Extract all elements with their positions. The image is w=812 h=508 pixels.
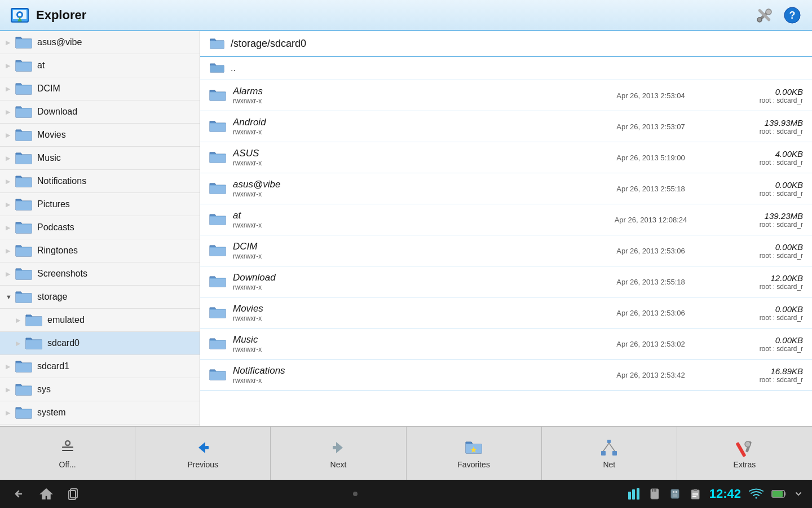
sidebar-item-music[interactable]: ▶ Music xyxy=(0,147,200,170)
sidebar-item-asus-vibe[interactable]: ▶ asus@vibe xyxy=(0,31,200,54)
svg-rect-40 xyxy=(676,491,677,493)
table-row[interactable]: asus@viberwxrwxr-xApr 26, 2013 2:55:180.… xyxy=(200,173,812,204)
folder-icon-sdcard1 xyxy=(15,358,33,374)
center-dot xyxy=(352,491,358,497)
parent-dir-row[interactable]: .. xyxy=(200,57,812,80)
folder-icon-system xyxy=(15,405,33,421)
folder-icon-notifications xyxy=(15,173,33,189)
svg-line-24 xyxy=(609,443,615,451)
back-button[interactable] xyxy=(9,485,27,503)
sidebar-label-sys: sys xyxy=(37,384,51,395)
sidebar-item-notifications[interactable]: ▶ Notifications xyxy=(0,170,200,193)
nav-btn-label-favorites: Favorites xyxy=(457,460,490,469)
table-row[interactable]: Androidrwxrwxr-xApr 26, 2013 2:53:07139.… xyxy=(200,111,812,142)
file-date: Apr 26, 2013 2:53:06 xyxy=(589,247,713,255)
recents-button[interactable] xyxy=(65,485,83,503)
tools-button[interactable] xyxy=(753,5,775,26)
sidebar-item-sys[interactable]: ▶ sys xyxy=(0,378,200,401)
sidebar-item-at[interactable]: ▶ at xyxy=(0,54,200,77)
network-icon xyxy=(599,437,619,458)
expand-icon[interactable] xyxy=(794,489,803,498)
sidebar-label-pictures: Pictures xyxy=(37,199,70,209)
sidebar-item-vendor[interactable]: ▶ vendor xyxy=(0,424,200,426)
sidebar-item-system[interactable]: ▶ system xyxy=(0,401,200,424)
folder-icon-emulated xyxy=(25,312,43,328)
parent-folder-icon xyxy=(209,62,225,75)
sidebar-item-podcasts[interactable]: ▶ Podcasts xyxy=(0,216,200,239)
file-size-owner: 0.00KBroot : sdcard_r xyxy=(713,242,803,260)
file-name: Notifications xyxy=(233,365,589,376)
sidebar-item-sdcard1[interactable]: ▶ sdcard1 xyxy=(0,355,200,378)
file-size: 0.00KB xyxy=(713,242,803,252)
sidebar-item-emulated[interactable]: ▶ emulated xyxy=(0,309,200,332)
file-row-info: Musicrwxrwxr-x xyxy=(233,334,589,353)
svg-rect-21 xyxy=(601,451,606,456)
nav-btn-net[interactable]: Net xyxy=(542,427,677,480)
svg-rect-16 xyxy=(205,446,209,449)
file-perms: rwxrwxr-x xyxy=(233,314,589,322)
file-size: 12.00KB xyxy=(713,273,803,283)
folder-icon-dcim xyxy=(15,81,33,97)
svg-point-8 xyxy=(766,9,771,15)
file-perms: rwxrwxr-x xyxy=(233,97,589,105)
nav-btn-label-net: Net xyxy=(603,460,615,469)
sidebar-item-movies[interactable]: ▶ Movies xyxy=(0,124,200,147)
table-row[interactable]: Downloadrwxrwxr-xApr 26, 2013 2:55:1812.… xyxy=(200,266,812,297)
folder-icon-pictures xyxy=(15,196,33,212)
sidebar-item-ringtones[interactable]: ▶ Ringtones xyxy=(0,239,200,262)
sidebar-label-storage: storage xyxy=(37,292,67,302)
nav-btn-next[interactable]: Next xyxy=(271,427,406,480)
table-row[interactable]: DCIMrwxrwxr-xApr 26, 2013 2:53:060.00KBr… xyxy=(200,235,812,266)
sidebar-item-dcim[interactable]: ▶ DCIM xyxy=(0,77,200,100)
sidebar-arrow-ringtones: ▶ xyxy=(6,247,15,255)
svg-point-14 xyxy=(65,441,70,445)
table-row[interactable]: Alarmsrwxrwxr-xApr 26, 2013 2:53:040.00K… xyxy=(200,80,812,111)
status-right: 12:42 xyxy=(627,487,803,501)
titlebar-right: ? xyxy=(753,5,803,26)
file-name: Music xyxy=(233,334,589,345)
file-row-info: Alarmsrwxrwxr-x xyxy=(233,86,589,105)
nav-btn-previous[interactable]: Previous xyxy=(135,427,271,480)
file-size-owner: 16.89KBroot : sdcard_r xyxy=(713,366,803,384)
sidebar-arrow-sdcard0: ▶ xyxy=(16,340,25,347)
sidebar-item-pictures[interactable]: ▶ Pictures xyxy=(0,193,200,216)
sidebar-arrow-screenshots: ▶ xyxy=(6,270,15,278)
status-time: 12:42 xyxy=(709,487,741,501)
file-row-info: atrwxrwxr-x xyxy=(233,210,589,229)
sidebar-item-download[interactable]: ▶ Download xyxy=(0,100,200,124)
svg-rect-43 xyxy=(694,489,697,491)
file-date: Apr 26, 2013 2:53:06 xyxy=(589,309,713,317)
main-area: ▶ asus@vibe▶ at▶ DCIM▶ Download▶ Movies▶… xyxy=(0,31,812,426)
sidebar-label-system: system xyxy=(37,408,66,418)
nav-btn-favorites[interactable]: Favorites xyxy=(407,427,542,480)
svg-text:?: ? xyxy=(789,10,796,21)
statusbar: 12:42 xyxy=(0,480,812,508)
sidebar-item-storage[interactable]: ▼ storage xyxy=(0,286,200,309)
nav-btn-label-previous: Previous xyxy=(188,460,218,469)
sidebar-label-music: Music xyxy=(37,153,61,163)
help-button[interactable]: ? xyxy=(782,5,803,26)
file-name: at xyxy=(233,210,589,221)
file-name: ASUS xyxy=(233,148,589,159)
table-row[interactable]: atrwxrwxr-xApr 26, 2013 12:08:24139.23MB… xyxy=(200,204,812,235)
nav-btn-extras[interactable]: Extras xyxy=(677,427,812,480)
home-button[interactable] xyxy=(37,485,55,503)
svg-rect-33 xyxy=(637,488,639,500)
file-owner: root : sdcard_r xyxy=(713,252,803,260)
table-row[interactable]: Moviesrwxrwxr-xApr 26, 2013 2:53:060.00K… xyxy=(200,297,812,329)
table-row[interactable]: ASUSrwxrwxr-xApr 26, 2013 5:19:004.00KBr… xyxy=(200,142,812,173)
sidebar-arrow-emulated: ▶ xyxy=(16,317,25,324)
titlebar-left: Explorer xyxy=(9,5,86,26)
file-size: 0.00KB xyxy=(713,180,803,190)
sidebar-item-screenshots[interactable]: ▶ Screenshots xyxy=(0,262,200,286)
table-row[interactable]: Musicrwxrwxr-xApr 26, 2013 2:53:020.00KB… xyxy=(200,329,812,360)
file-size-owner: 0.00KBroot : sdcard_r xyxy=(713,304,803,322)
table-row[interactable]: Notificationsrwxrwxr-xApr 26, 2013 2:53:… xyxy=(200,360,812,391)
sidebar-arrow-storage: ▼ xyxy=(6,294,15,300)
nav-btn-off[interactable]: Off... xyxy=(0,427,135,480)
sidebar-arrow-pictures: ▶ xyxy=(6,201,15,208)
sidebar-item-sdcard0[interactable]: ▶ sdcard0 xyxy=(0,332,200,355)
svg-rect-18 xyxy=(333,446,336,449)
file-owner: root : sdcard_r xyxy=(713,221,803,229)
file-size-owner: 0.00KBroot : sdcard_r xyxy=(713,87,803,104)
